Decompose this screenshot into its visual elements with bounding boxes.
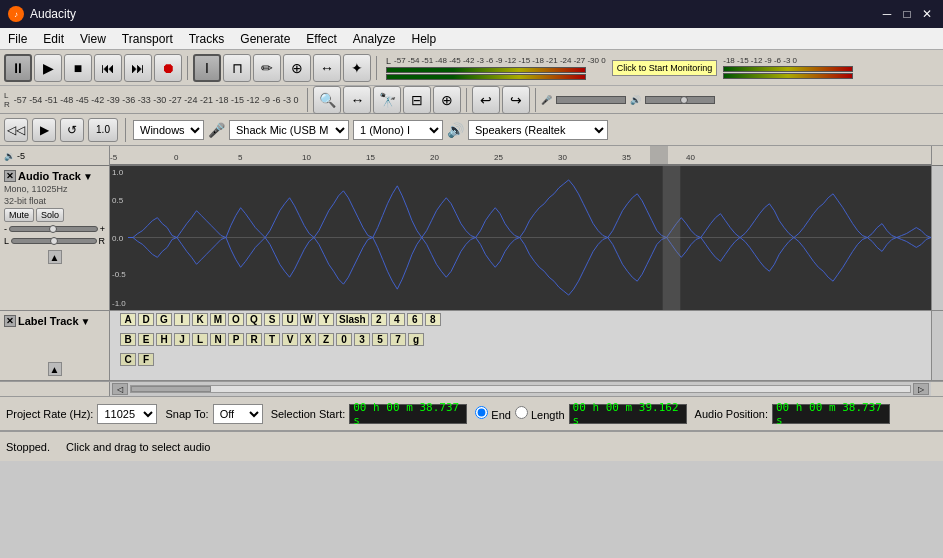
envelope-tool[interactable]: ⊓ [223, 54, 251, 82]
h-scrollbar[interactable]: ◁ ▷ [110, 382, 931, 396]
track-collapse-area: ▲ [4, 248, 105, 264]
label-R[interactable]: R [246, 333, 262, 346]
zoom-out-btn[interactable]: ⊕ [433, 86, 461, 114]
timeshift-tool[interactable]: ↔ [313, 54, 341, 82]
menu-file[interactable]: File [0, 30, 35, 48]
label-T[interactable]: T [264, 333, 280, 346]
forward-button[interactable]: ⏭ [124, 54, 152, 82]
zoom-normal-btn[interactable]: ↔ [343, 86, 371, 114]
channel-select[interactable]: 1 (Mono) I [353, 120, 443, 140]
multi-tool[interactable]: ✦ [343, 54, 371, 82]
scrollbar-thumb[interactable] [131, 386, 211, 392]
snap-to-select[interactable]: Off [213, 404, 263, 424]
gain-plus[interactable]: + [100, 224, 105, 234]
pause-button[interactable]: ⏸ [4, 54, 32, 82]
record-button[interactable]: ⏺ [154, 54, 182, 82]
label-track-collapse-btn[interactable]: ▲ [48, 362, 62, 376]
label-Z[interactable]: Z [318, 333, 334, 346]
label-L[interactable]: L [192, 333, 208, 346]
zoom-tool[interactable]: ⊕ [283, 54, 311, 82]
scroll-right-btn[interactable]: ▷ [913, 383, 929, 395]
label-vscrollbar[interactable] [931, 311, 943, 380]
input-device-select[interactable]: Shack Mic (USB M [229, 120, 349, 140]
speed-btn[interactable]: 1.0 [88, 118, 118, 142]
menu-help[interactable]: Help [404, 30, 445, 48]
audio-position-display[interactable]: 00 h 00 m 38.737 s [772, 404, 890, 424]
label-5[interactable]: 5 [372, 333, 388, 346]
minimize-button[interactable]: ─ [879, 6, 895, 22]
label-H[interactable]: H [156, 333, 172, 346]
end-radio-label[interactable]: End [475, 406, 511, 421]
label-J[interactable]: J [174, 333, 190, 346]
label-row-1: A D G I K M O Q S U W Y Slash 2 4 6 8 [120, 313, 441, 326]
menu-generate[interactable]: Generate [232, 30, 298, 48]
menu-bar: File Edit View Transport Tracks Generate… [0, 28, 943, 50]
close-button[interactable]: ✕ [919, 6, 935, 22]
output-gain-slider[interactable] [645, 96, 715, 104]
mute-button[interactable]: Mute [4, 208, 34, 222]
output-device-select[interactable]: Speakers (Realtek [468, 120, 608, 140]
label-track-close[interactable]: ✕ [4, 315, 16, 327]
rewind-button[interactable]: ⏮ [94, 54, 122, 82]
menu-analyze[interactable]: Analyze [345, 30, 404, 48]
snap-to-section: Snap To: Off [165, 404, 262, 424]
input-gain-slider[interactable] [556, 96, 626, 104]
gain-minus[interactable]: - [4, 224, 7, 234]
label-0[interactable]: 0 [336, 333, 352, 346]
label-track-menu-arrow[interactable]: ▼ [81, 316, 91, 327]
maximize-button[interactable]: □ [899, 6, 915, 22]
timeline-ruler[interactable]: -5 0 5 10 15 20 25 30 35 40 [110, 146, 931, 166]
menu-tracks[interactable]: Tracks [181, 30, 233, 48]
draw-tool[interactable]: ✏ [253, 54, 281, 82]
play-small-btn[interactable]: ▶ [32, 118, 56, 142]
length-radio-label[interactable]: Length [515, 406, 565, 421]
stop-button[interactable]: ■ [64, 54, 92, 82]
scroll-left-btn[interactable]: ◁ [112, 383, 128, 395]
menu-edit[interactable]: Edit [35, 30, 72, 48]
label-B[interactable]: B [120, 333, 136, 346]
length-radio[interactable] [515, 406, 528, 419]
track-vscrollbar[interactable] [931, 166, 943, 310]
selection-start-section: Selection Start: 00 h 00 m 38.737 s [271, 404, 468, 424]
label-P[interactable]: P [228, 333, 244, 346]
skip-start-btn[interactable]: ◁◁ [4, 118, 28, 142]
menu-transport[interactable]: Transport [114, 30, 181, 48]
track-collapse-btn[interactable]: ▲ [48, 250, 62, 264]
fit-project-btn[interactable]: 🔭 [373, 86, 401, 114]
selection-end-display[interactable]: 00 h 00 m 39.162 s [569, 404, 687, 424]
end-radio[interactable] [475, 406, 488, 419]
label-X[interactable]: X [300, 333, 316, 346]
audio-track-close[interactable]: ✕ [4, 170, 16, 182]
zoom-in-btn[interactable]: 🔍 [313, 86, 341, 114]
zoom-toggle-btn[interactable]: ⊟ [403, 86, 431, 114]
label-N[interactable]: N [210, 333, 226, 346]
selection-start-display[interactable]: 00 h 00 m 38.737 s [349, 404, 467, 424]
menu-effect[interactable]: Effect [298, 30, 344, 48]
label-V[interactable]: V [282, 333, 298, 346]
gain-slider[interactable] [9, 226, 98, 232]
redo-btn[interactable]: ↪ [502, 86, 530, 114]
select-tool[interactable]: I [193, 54, 221, 82]
label-E[interactable]: E [138, 333, 154, 346]
pan-slider[interactable] [11, 238, 96, 244]
label-C[interactable]: C [120, 353, 136, 366]
label-6: 6 [407, 313, 423, 326]
ruler-scale: -5 [17, 151, 25, 161]
audio-waveform-area[interactable]: 1.0 0.5 0.0 -0.5 -1.0 [110, 166, 943, 310]
label-7[interactable]: 7 [390, 333, 406, 346]
label-track-area[interactable]: A D G I K M O Q S U W Y Slash 2 4 6 8 B … [110, 311, 943, 380]
loop-btn[interactable]: ↺ [60, 118, 84, 142]
undo-btn[interactable]: ↩ [472, 86, 500, 114]
menu-view[interactable]: View [72, 30, 114, 48]
project-rate-select[interactable]: 11025 [97, 404, 157, 424]
monitoring-button[interactable]: Click to Start Monitoring [612, 60, 718, 76]
label-g[interactable]: g [408, 333, 424, 346]
sep4 [466, 88, 467, 112]
audio-track-menu-arrow[interactable]: ▼ [83, 171, 93, 182]
label-3[interactable]: 3 [354, 333, 370, 346]
label-F[interactable]: F [138, 353, 154, 366]
solo-button[interactable]: Solo [36, 208, 64, 222]
host-select[interactable]: Windows [133, 120, 204, 140]
play-button[interactable]: ▶ [34, 54, 62, 82]
scrollbar-track[interactable] [130, 385, 911, 393]
